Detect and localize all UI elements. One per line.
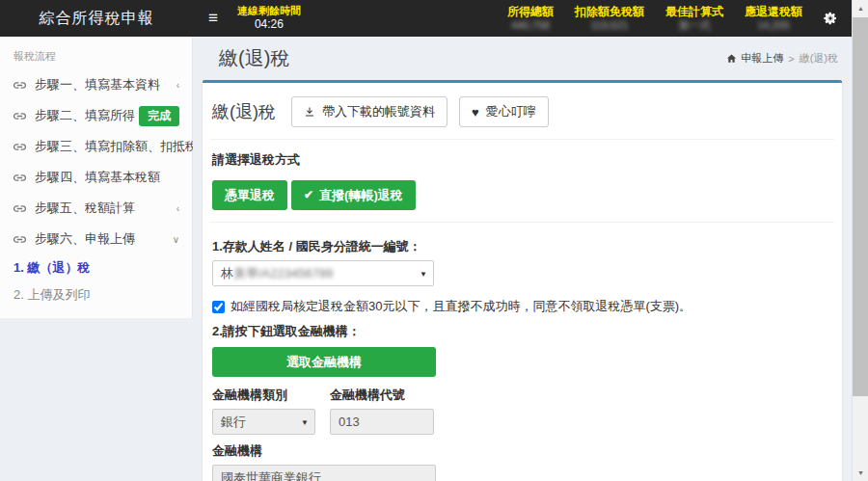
home-icon <box>726 53 737 64</box>
bank-type-select[interactable]: 銀行 ▼ <box>212 409 315 435</box>
panel-title: 繳(退)稅 <box>212 100 276 123</box>
main-content: 繳(退)稅 申報上傳 > 繳(退)稅 繳(退)稅 帶入下載的帳號資料 ♥ 愛心叮… <box>193 37 852 481</box>
dropdown-arrow-icon: ▼ <box>420 269 427 278</box>
session-timer: 連線剩餘時間 04:26 <box>237 5 301 33</box>
stat-total-income: 所得總額 440,758 <box>507 5 554 32</box>
bank-code-field: 013 <box>330 409 434 435</box>
stat-value: 119,621 <box>575 19 644 32</box>
tax-refund-panel: 繳(退)稅 帶入下載的帳號資料 ♥ 愛心叮嚀 請選擇退稅方式 憑單退稅 ✔ 直撥… <box>203 80 842 481</box>
stat-value: 440,758 <box>507 19 554 32</box>
stat-label: 所得總額 <box>507 5 554 18</box>
gear-icon[interactable] <box>823 11 838 26</box>
stat-refund-amount: 應退還稅額 14,205 <box>745 5 802 32</box>
link-icon <box>14 110 26 122</box>
bank-name-label: 金融機構 <box>212 442 832 460</box>
sidebar-item-label: 步驟一、填寫基本資料 <box>35 76 176 94</box>
hamburger-menu-icon[interactable]: ≡ <box>208 9 218 28</box>
sidebar-heading: 報稅流程 <box>0 37 192 69</box>
sidebar: 報稅流程 步驟一、填寫基本資料 ‹ 步驟二、填寫所得 完成 步驟三、填寫扣除額、… <box>0 37 193 481</box>
sidebar-menu: 報稅流程 步驟一、填寫基本資料 ‹ 步驟二、填寫所得 完成 步驟三、填寫扣除額、… <box>0 37 193 318</box>
sidebar-item-step2[interactable]: 步驟二、填寫所得 完成 <box>0 100 192 131</box>
import-downloaded-account-button[interactable]: 帶入下載的帳號資料 <box>291 96 448 127</box>
refund-method-prompt: 請選擇退稅方式 <box>212 147 832 180</box>
sidebar-item-step1[interactable]: 步驟一、填寫基本資料 ‹ <box>0 69 192 100</box>
stat-label: 扣除額免稅額 <box>575 5 644 18</box>
stat-deductions: 扣除額免稅額 119,621 <box>575 5 644 32</box>
sidebar-item-step4[interactable]: 步驟四、填寫基本稅額 <box>0 162 192 193</box>
breadcrumb-separator: > <box>788 53 794 65</box>
dropdown-arrow-icon: ▼ <box>301 417 309 426</box>
sidebar-subitem-tax-refund[interactable]: 1. 繳（退）稅 <box>0 254 192 281</box>
link-icon <box>14 79 26 92</box>
care-reminder-button[interactable]: ♥ 愛心叮嚀 <box>459 96 549 127</box>
check-icon: ✔ <box>304 180 313 210</box>
panel-header: 繳(退)稅 帶入下載的帳號資料 ♥ 愛心叮嚀 <box>210 91 834 140</box>
sidebar-item-label: 步驟五、稅額計算 <box>35 200 176 217</box>
sidebar-item-label: 步驟四、填寫基本稅額 <box>35 169 179 186</box>
breadcrumb-current: 繳(退)稅 <box>800 51 838 66</box>
sidebar-subitem-upload-print[interactable]: 2. 上傳及列印 <box>0 281 192 308</box>
sidebar-item-label: 步驟二、填寫所得 <box>35 107 139 124</box>
chevron-down-icon: ∨ <box>173 234 179 245</box>
vertical-scrollbar[interactable]: ▲ ▼ <box>852 0 868 481</box>
sidebar-item-step3[interactable]: 步驟三、填寫扣除額、扣抵稅額 ‹ <box>0 131 192 162</box>
content-header: 繳(退)稅 申報上傳 > 繳(退)稅 <box>193 37 852 80</box>
link-icon <box>14 172 26 184</box>
done-badge: 完成 <box>139 106 179 126</box>
session-timer-label: 連線剩餘時間 <box>237 5 301 18</box>
download-icon <box>304 106 315 118</box>
sidebar-item-step6[interactable]: 步驟六、申報上傳 ∨ <box>0 224 192 254</box>
link-icon <box>14 202 26 215</box>
heart-icon: ♥ <box>472 105 479 120</box>
select-bank-button[interactable]: 選取金融機構 <box>212 347 436 377</box>
agree-no-voucher-label: 如經國稅局核定退稅金額30元以下，且直撥不成功時，同意不領取退稅憑單(支票)。 <box>231 298 692 315</box>
direct-transfer-refund-button[interactable]: ✔ 直撥(轉帳)退稅 <box>291 180 416 210</box>
app-header: 綜合所得稅申報 ≡ 連線剩餘時間 04:26 所得總額 440,758 扣除額免… <box>0 0 852 37</box>
stat-label: 應退還稅額 <box>745 5 802 18</box>
depositor-name-masked: 美華/A223456789 <box>233 265 333 282</box>
bank-pick-label: 2.請按下鈕選取金融機構： <box>212 323 832 340</box>
sidebar-item-label: 步驟三、填寫扣除額、扣抵稅額 <box>35 138 210 155</box>
scroll-up-arrow-icon[interactable]: ▲ <box>853 0 868 16</box>
refund-method-section: 請選擇退稅方式 憑單退稅 ✔ 直撥(轉帳)退稅 <box>210 140 834 223</box>
depositor-name-prefix: 林 <box>221 265 233 282</box>
refund-form-section: 1.存款人姓名 / 國民身分證統一編號： 林 美華/A223456789 ▼ 如… <box>210 223 834 481</box>
bank-name-field: 國泰世華商業銀行 <box>212 465 436 481</box>
voucher-refund-button[interactable]: 憑單退稅 <box>212 180 287 210</box>
scrollbar-thumb[interactable] <box>853 17 868 396</box>
sidebar-item-label: 步驟六、申報上傳 <box>35 230 173 248</box>
session-timer-value: 04:26 <box>237 17 301 32</box>
link-icon <box>14 141 26 153</box>
bank-type-column: 金融機構類別 銀行 ▼ <box>212 377 315 435</box>
bank-code-column: 金融機構代號 013 <box>330 377 434 435</box>
page-title: 繳(退)稅 <box>219 45 289 71</box>
breadcrumb-home-link[interactable]: 申報上傳 <box>726 51 783 66</box>
stat-best-formula: 最佳計算式 第一式 <box>665 5 723 32</box>
breadcrumb: 申報上傳 > 繳(退)稅 <box>726 51 838 66</box>
stat-value: 第一式 <box>665 19 723 32</box>
sidebar-item-step5[interactable]: 步驟五、稅額計算 ‹ <box>0 193 192 224</box>
depositor-label: 1.存款人姓名 / 國民身分證統一編號： <box>212 238 832 255</box>
link-icon <box>14 233 26 246</box>
scroll-down-arrow-icon[interactable]: ▼ <box>853 465 868 481</box>
stat-value: 14,205 <box>745 19 802 32</box>
depositor-select[interactable]: 林 美華/A223456789 ▼ <box>212 260 434 286</box>
chevron-left-icon: ‹ <box>176 203 179 214</box>
app-title: 綜合所得稅申報 <box>0 9 193 29</box>
stat-label: 最佳計算式 <box>665 5 723 18</box>
bank-code-label: 金融機構代號 <box>330 387 434 404</box>
chevron-left-icon: ‹ <box>176 80 179 91</box>
agree-no-voucher-checkbox[interactable] <box>212 301 225 313</box>
agree-no-voucher-row: 如經國稅局核定退稅金額30元以下，且直撥不成功時，同意不領取退稅憑單(支票)。 <box>212 298 832 315</box>
bank-type-label: 金融機構類別 <box>212 387 315 404</box>
